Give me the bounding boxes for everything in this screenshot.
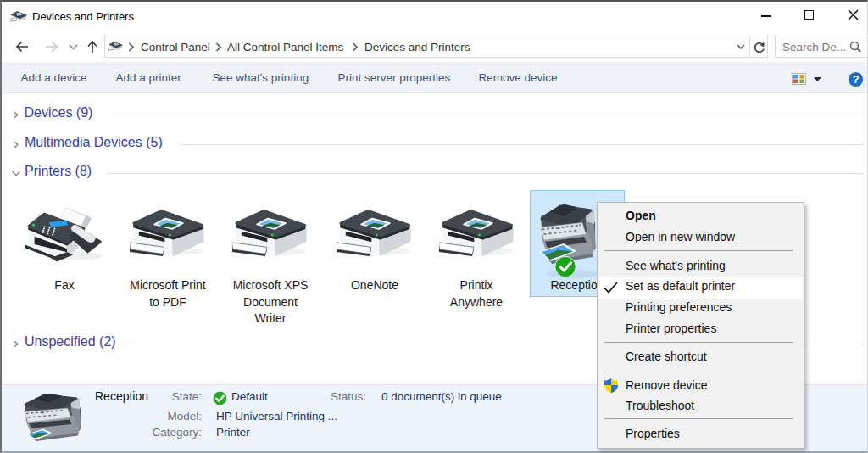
- svg-text:?: ?: [853, 74, 860, 86]
